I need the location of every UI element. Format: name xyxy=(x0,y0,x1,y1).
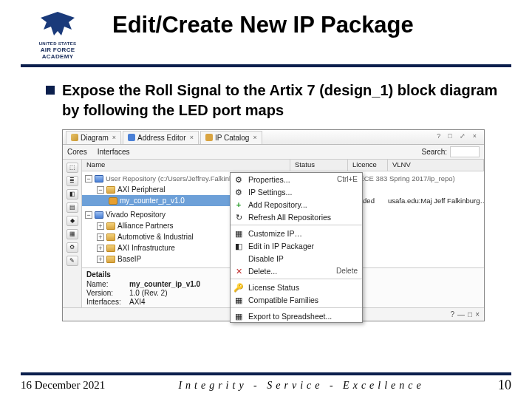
status-max[interactable]: □ xyxy=(468,310,472,318)
ctx-compat-families[interactable]: ▦Compatible Families xyxy=(231,293,362,306)
folder-icon xyxy=(106,186,115,194)
export-icon: ▦ xyxy=(233,311,244,321)
footer-divider xyxy=(21,372,511,375)
toolbar-interfaces[interactable]: Interfaces xyxy=(98,148,130,156)
ctx-license[interactable]: 🔑License Status xyxy=(231,281,362,293)
close-icon[interactable]: × xyxy=(190,134,194,141)
folder-icon xyxy=(106,222,115,230)
table-icon xyxy=(128,134,135,141)
vivado-screenshot: Diagram× Address Editor× IP Catalog× ? □… xyxy=(62,129,485,321)
tool-icon[interactable]: ⚙ xyxy=(66,242,78,253)
ip-icon xyxy=(109,197,117,205)
col-vlnv[interactable]: VLNV xyxy=(388,160,484,171)
details-name-key: Name: xyxy=(86,280,129,288)
ctx-edit-packager[interactable]: ◧Edit in IP Packager xyxy=(231,239,362,252)
plus-icon: + xyxy=(233,200,244,210)
status-close[interactable]: × xyxy=(475,310,480,318)
tree-item-selected[interactable]: my_counter_p_v1.0 xyxy=(82,195,230,206)
folder-icon xyxy=(95,211,103,219)
ctx-properties[interactable]: ⚙Properties...Ctrl+E xyxy=(231,173,362,185)
ctx-disable-ip[interactable]: Disable IP xyxy=(231,252,362,265)
ctx-delete[interactable]: ✕Delete...Delete xyxy=(231,265,362,277)
ctx-refresh[interactable]: ↻Refresh All Repositories xyxy=(231,211,362,223)
tool-icon[interactable]: ✎ xyxy=(66,256,78,266)
help-button[interactable]: ? xyxy=(434,132,443,140)
close-button[interactable]: × xyxy=(470,132,480,140)
tool-icon[interactable]: ◆ xyxy=(66,216,78,226)
col-name[interactable]: Name xyxy=(82,160,290,171)
collapse-icon[interactable]: − xyxy=(85,175,92,183)
catalog-icon xyxy=(205,134,213,141)
toolbar-cores[interactable]: Cores xyxy=(67,148,87,156)
details-interfaces-key: Interfaces: xyxy=(86,298,129,306)
tool-icon[interactable]: ▦ xyxy=(66,229,78,239)
key-icon: 🔑 xyxy=(233,282,244,293)
collapse-icon[interactable]: − xyxy=(97,186,104,194)
expand-icon[interactable]: + xyxy=(97,245,104,252)
maximize-button[interactable]: □ xyxy=(445,132,454,140)
folder-icon xyxy=(106,233,115,241)
families-icon: ▦ xyxy=(233,295,244,305)
customize-icon: ▦ xyxy=(233,228,244,239)
tab-ip-catalog[interactable]: IP Catalog× xyxy=(200,131,262,144)
details-version-key: Version: xyxy=(86,289,129,297)
menu-separator xyxy=(231,279,362,279)
expand-icon[interactable]: + xyxy=(97,256,104,263)
folder-icon xyxy=(106,245,115,252)
collapse-icon[interactable]: − xyxy=(85,211,92,219)
footer-date: 16 December 2021 xyxy=(21,379,105,392)
bullet-marker-icon xyxy=(46,86,55,95)
search-input[interactable] xyxy=(450,146,480,157)
delete-icon: ✕ xyxy=(233,266,244,276)
folder-icon xyxy=(106,256,115,263)
window-controls: ? □ ⤢ × xyxy=(434,132,480,140)
gear-icon: ⚙ xyxy=(233,187,244,197)
page-number: 10 xyxy=(498,378,511,393)
tool-icon[interactable]: ◧ xyxy=(66,189,78,200)
bullet-text: Expose the Roll Signal to the Artix 7 (d… xyxy=(62,81,504,120)
tool-icon[interactable]: ▤ xyxy=(66,202,78,213)
expand-icon[interactable]: + xyxy=(97,233,104,241)
menu-separator xyxy=(231,225,362,225)
header-divider xyxy=(21,64,511,67)
properties-icon: ⚙ xyxy=(233,174,244,185)
bullet-item: Expose the Roll Signal to the Artix 7 (d… xyxy=(46,81,504,120)
ctx-export-spreadsheet[interactable]: ▦Export to Spreadsheet... xyxy=(231,310,362,322)
af-wings-icon xyxy=(35,9,81,40)
tool-icon[interactable]: ≣ xyxy=(66,176,78,186)
search-label: Search: xyxy=(422,148,447,156)
context-menu: ⚙Properties...Ctrl+E ⚙IP Settings... +Ad… xyxy=(230,172,363,323)
vlnv-cell: usafa.edu:Maj Jeff Falkinburg… xyxy=(388,197,484,205)
ctx-customize-ip[interactable]: ▦Customize IP… xyxy=(231,227,362,239)
close-icon[interactable]: × xyxy=(253,134,256,141)
tab-diagram[interactable]: Diagram× xyxy=(66,131,121,144)
diagram-icon xyxy=(71,134,78,141)
tab-address-editor[interactable]: Address Editor× xyxy=(123,131,199,144)
folder-icon xyxy=(95,175,103,183)
col-licence[interactable]: Licence xyxy=(348,160,388,171)
ctx-ip-settings[interactable]: ⚙IP Settings... xyxy=(231,185,362,198)
float-button[interactable]: ⤢ xyxy=(457,132,468,140)
col-status[interactable]: Status xyxy=(290,160,348,171)
footer-motto: Integrity - Service - Excellence xyxy=(105,380,498,392)
tool-icon[interactable]: ⬚ xyxy=(66,163,78,173)
package-icon: ◧ xyxy=(233,241,244,251)
slide-title: Edit/Create New IP Package xyxy=(108,9,511,38)
expand-icon[interactable]: + xyxy=(97,222,104,230)
status-help[interactable]: ? xyxy=(451,310,455,318)
menu-separator xyxy=(231,307,362,308)
refresh-icon: ↻ xyxy=(233,212,244,222)
status-min[interactable]: — xyxy=(457,310,465,318)
usafa-logo: UNITED STATES AIR FORCE ACADEMY xyxy=(21,9,95,60)
close-icon[interactable]: × xyxy=(112,134,116,141)
ctx-add-repo[interactable]: +Add Repository... xyxy=(231,198,362,211)
